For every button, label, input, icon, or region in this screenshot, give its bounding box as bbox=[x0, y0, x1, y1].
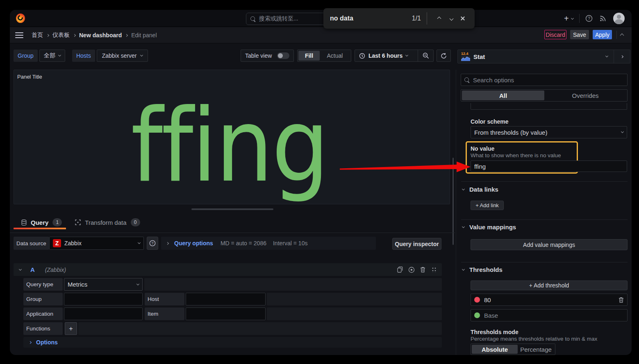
group-input[interactable] bbox=[64, 293, 143, 305]
add-value-mappings-button[interactable]: Add value mappings bbox=[471, 239, 628, 250]
save-button[interactable]: Save bbox=[570, 30, 589, 39]
options-tabs: All Overrides bbox=[461, 89, 628, 102]
item-input[interactable] bbox=[186, 307, 266, 320]
actual-option[interactable]: Actual bbox=[320, 52, 350, 59]
drag-handle-icon[interactable] bbox=[432, 267, 437, 273]
query-editor-options-row[interactable]: Options bbox=[23, 337, 442, 348]
help-icon[interactable]: ? bbox=[585, 15, 593, 22]
tab-all[interactable]: All bbox=[462, 90, 544, 100]
thresholds-mode-tabs: Absolute Percentage bbox=[471, 344, 555, 355]
tab-transform[interactable]: Transform data bbox=[85, 219, 126, 226]
application-input[interactable] bbox=[64, 307, 143, 320]
collapse-options-pane-button[interactable] bbox=[614, 56, 630, 58]
query-options-header[interactable]: Query options MD = auto = 2086 Interval … bbox=[161, 237, 376, 250]
variable-label-hosts: Hosts bbox=[72, 50, 95, 62]
grafana-logo-icon[interactable] bbox=[16, 14, 25, 23]
add-link-button[interactable]: + Add link bbox=[471, 201, 504, 210]
discard-button[interactable]: Discard bbox=[544, 30, 566, 39]
host-label: Host bbox=[145, 293, 184, 305]
add-threshold-button[interactable]: + Add threshold bbox=[471, 280, 628, 290]
no-value-input[interactable]: ffing bbox=[471, 161, 627, 172]
stat-value: ffing bbox=[36, 95, 423, 196]
thresholds-title: Thresholds bbox=[469, 266, 503, 273]
section-chevron-icon bbox=[462, 268, 465, 271]
value-mappings-title: Value mappings bbox=[469, 224, 516, 231]
host-input[interactable] bbox=[186, 293, 266, 305]
query-options-label[interactable]: Query options bbox=[174, 240, 213, 246]
panel-title[interactable]: Panel Title bbox=[17, 74, 42, 80]
pane-divider[interactable] bbox=[456, 70, 456, 355]
variable-value-hosts[interactable]: Zabbix server bbox=[97, 50, 148, 62]
query-inspector-button[interactable]: Query inspector bbox=[392, 238, 441, 250]
delete-query-icon[interactable] bbox=[420, 267, 425, 273]
find-query[interactable]: no data bbox=[330, 15, 353, 22]
time-range-button[interactable]: Last 6 hours bbox=[355, 52, 418, 59]
delete-threshold-icon[interactable] bbox=[619, 297, 624, 303]
tab-query[interactable]: Query bbox=[31, 219, 48, 226]
fill-option[interactable]: Fill bbox=[298, 51, 320, 61]
query-options-interval: Interval = 10s bbox=[273, 240, 307, 246]
color-scheme-select[interactable]: From thresholds (by value) bbox=[471, 126, 627, 138]
collapse-query-icon[interactable] bbox=[19, 268, 22, 271]
breadcrumb-current: Edit panel bbox=[131, 32, 157, 38]
variable-label-group: Group bbox=[14, 50, 38, 62]
news-rss-icon[interactable] bbox=[599, 15, 607, 22]
search-icon bbox=[464, 77, 470, 83]
absolute-option[interactable]: Absolute bbox=[472, 345, 518, 354]
data-links-section-header[interactable]: Data links bbox=[462, 186, 498, 193]
threshold-value[interactable]: 80 bbox=[484, 296, 614, 303]
threshold-base-color-dot[interactable] bbox=[474, 312, 480, 318]
tab-overrides[interactable]: Overrides bbox=[544, 92, 626, 99]
chevron-down-icon[interactable] bbox=[571, 16, 574, 19]
hide-response-icon[interactable] bbox=[408, 267, 415, 273]
add-function-button[interactable]: + bbox=[65, 322, 77, 335]
scrollbar-thumb[interactable] bbox=[453, 158, 454, 245]
breadcrumb-home[interactable]: 首页 bbox=[32, 32, 43, 39]
query-count-badge: 1 bbox=[52, 218, 62, 226]
group-label: Group bbox=[23, 293, 63, 305]
viz-picker: 12.4 Stat bbox=[457, 50, 630, 63]
breadcrumb-dashboards[interactable]: 仪表板 bbox=[52, 32, 70, 39]
viz-name[interactable]: Stat bbox=[473, 53, 485, 60]
refresh-icon bbox=[441, 53, 447, 59]
search-icon bbox=[250, 16, 256, 22]
section-chevron-icon bbox=[462, 225, 465, 228]
table-view-toggle[interactable] bbox=[277, 52, 289, 59]
no-value-label: No value bbox=[471, 145, 494, 152]
zoom-out-button[interactable] bbox=[418, 52, 433, 59]
divider bbox=[579, 14, 580, 23]
editor-options-label[interactable]: Options bbox=[36, 339, 58, 346]
threshold-base-value: Base bbox=[484, 312, 624, 319]
collapse-header-icon[interactable] bbox=[620, 34, 624, 38]
refresh-button[interactable] bbox=[437, 50, 451, 62]
menu-icon[interactable] bbox=[15, 32, 23, 38]
find-previous-button[interactable] bbox=[433, 17, 445, 20]
variable-value-group[interactable]: 全部 bbox=[39, 50, 65, 62]
panel: Panel Title ffing bbox=[14, 70, 450, 204]
database-icon bbox=[21, 219, 27, 226]
options-search-box[interactable]: Search options bbox=[461, 74, 628, 86]
browser-find-bar: no data 1/1 bbox=[323, 8, 475, 29]
percentage-option[interactable]: Percentage bbox=[518, 346, 554, 353]
transform-count-badge: 0 bbox=[131, 218, 140, 226]
thresholds-mode-description: Percentage means thresholds relative to … bbox=[471, 336, 597, 342]
breadcrumb-dashboard-name[interactable]: New dashboard bbox=[79, 32, 122, 38]
query-type-select[interactable]: Metrics bbox=[64, 278, 143, 291]
panel-resize-handle[interactable] bbox=[191, 208, 273, 210]
nav-actions: + ? bbox=[564, 10, 625, 27]
viz-chevron-icon[interactable] bbox=[605, 54, 608, 57]
datasource-help-button[interactable]: ? bbox=[147, 237, 158, 250]
query-row-header[interactable]: A (Zabbix) bbox=[14, 263, 442, 276]
add-icon[interactable]: + bbox=[564, 14, 569, 23]
value-mappings-section-header[interactable]: Value mappings bbox=[462, 224, 516, 231]
find-next-button[interactable] bbox=[445, 17, 457, 20]
apply-button[interactable]: Apply bbox=[593, 30, 612, 39]
find-close-button[interactable] bbox=[457, 16, 468, 21]
thresholds-section-header[interactable]: Thresholds bbox=[462, 266, 503, 273]
zabbix-logo-icon: Z bbox=[53, 239, 61, 247]
datasource-picker[interactable]: Z Zabbix bbox=[49, 237, 144, 250]
user-avatar[interactable] bbox=[613, 13, 625, 24]
duplicate-icon[interactable] bbox=[397, 267, 403, 273]
threshold-color-dot[interactable] bbox=[474, 297, 480, 303]
help-circle-icon: ? bbox=[149, 240, 156, 246]
